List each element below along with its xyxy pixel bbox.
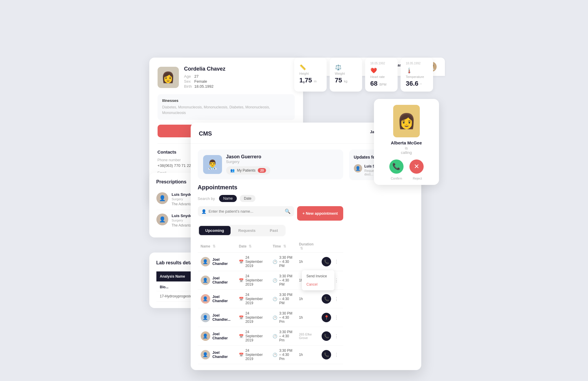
appt-name-1: Joel Chandler xyxy=(213,258,233,266)
appt-cell-date-5: 📅 24 September 2019 xyxy=(236,327,270,346)
age-value: 27 xyxy=(194,74,216,79)
phone-button-5[interactable]: 📞 xyxy=(322,331,331,341)
appt-row-2: 👤 Joel Chandler 📅 24 September 2019 xyxy=(198,271,343,290)
action-group-4: 📍 ⋮ xyxy=(322,313,340,322)
phone-button-3[interactable]: 📞 xyxy=(322,294,331,304)
weight-value: 75 kg xyxy=(335,76,357,84)
phone-button-6[interactable]: 📞 xyxy=(322,350,331,359)
appt-cell-date-1: 📅 24 September 2019 xyxy=(236,253,270,271)
action-group-5: 📞 ⋮ xyxy=(322,331,340,341)
appt-cell-name-5: 👤 Joel Chandler xyxy=(198,327,236,346)
sex-value: Female xyxy=(194,79,216,84)
appt-cell-name-1: 👤 Joel Chandler xyxy=(198,253,236,271)
more-menu-button-3[interactable]: ⋮ xyxy=(333,296,340,302)
birth-label: Birth xyxy=(184,84,195,89)
appt-cell-action-6: 📞 ⋮ xyxy=(319,346,343,364)
doctor-avatar: 👨‍⚕️ xyxy=(203,155,222,174)
reject-label: Reject xyxy=(413,177,422,180)
appt-cell-name-4: 👤 Joel Chandler... xyxy=(198,308,236,327)
my-patients-button[interactable]: 👥 My Patients 20 xyxy=(226,166,270,175)
temp-icon: 🌡️ xyxy=(406,67,428,74)
col-date: Date ⇅ xyxy=(236,240,270,253)
metric-weight: ⚖️ Weight 75 kg xyxy=(330,58,362,92)
search-and-new-row: 👤 🔍 + New appointment xyxy=(198,206,343,221)
temp-label: Temperature xyxy=(406,75,428,79)
doctor-specialty: Surgery xyxy=(226,159,270,164)
appt-cell-name-6: 👤 Joel Chandler xyxy=(198,346,236,364)
send-invoice-item[interactable]: Send Invoice xyxy=(302,272,334,280)
calendar-icon-2: 📅 xyxy=(239,278,244,283)
presc-avatar-2: 👤 xyxy=(156,214,168,225)
clock-icon-1: 🕐 xyxy=(273,260,277,264)
tab-requests[interactable]: Requests xyxy=(232,226,262,235)
call-action-labels: Confirm Reject xyxy=(379,177,434,180)
update-avatar-1: 👤 xyxy=(354,164,362,172)
height-icon: 📏 xyxy=(299,64,321,71)
appt-cell-time-4: 🕐 3:30 PM – 4:30 Pm xyxy=(270,308,296,327)
search-button[interactable]: 🔍 xyxy=(285,209,291,214)
metric-heartrate: 18.05.1992 ❤️ Heart rate 68 BPM xyxy=(365,58,398,92)
appt-avatar-5: 👤 xyxy=(201,331,210,341)
appointments-title: Appointments xyxy=(198,184,343,191)
confirm-call-button[interactable]: 📞 xyxy=(389,159,404,174)
presc-name-1: Luis Snyder xyxy=(172,192,194,197)
more-menu-button-6[interactable]: ⋮ xyxy=(333,352,340,358)
calendar-icon-6: 📅 xyxy=(239,353,244,357)
my-patients-label: My Patients xyxy=(237,168,256,172)
more-menu-button-1[interactable]: ⋮ xyxy=(333,259,340,265)
appt-date-4: 24 September 2019 xyxy=(245,311,267,324)
appt-time-2: 3:30 PM – 4:30 PM xyxy=(279,274,293,286)
appt-cell-date-3: 📅 24 September 2019 xyxy=(236,290,270,308)
appt-cell-dur-6: 1h xyxy=(296,346,319,364)
search-input-container: 👤 🔍 xyxy=(198,206,294,216)
tab-past[interactable]: Past xyxy=(263,226,284,235)
temp-date: 18.05.1992 xyxy=(406,62,428,65)
appt-row-6: 👤 Joel Chandler 📅 24 September 2019 xyxy=(198,346,343,364)
search-by-label: Search by xyxy=(198,196,215,201)
appt-cell-dur-5: 265 Efke Grove xyxy=(296,327,319,346)
context-menu: Send Invoice Cancel xyxy=(302,270,334,290)
appt-dur-4: 1h xyxy=(299,315,303,320)
birth-value: 18.05.1992 xyxy=(194,84,216,89)
appt-row-4: 👤 Joel Chandler... 📅 24 September 2019 xyxy=(198,308,343,327)
appt-row-3: 👤 Joel Chandler 📅 24 September 2019 xyxy=(198,290,343,308)
illnesses-text: Diabetes, Mononucleosis, Mononucleosis, … xyxy=(162,105,290,116)
more-menu-button-4[interactable]: ⋮ xyxy=(333,315,340,320)
appt-cell-action-1: 📞 ⋮ xyxy=(319,253,343,271)
patient-search-input[interactable] xyxy=(209,209,282,214)
clock-icon-3: 🕐 xyxy=(273,297,277,301)
temp-value: 36.6 ° xyxy=(406,80,428,87)
clock-icon-5: 🕐 xyxy=(273,334,277,338)
search-tab-name[interactable]: Name xyxy=(219,195,237,202)
reject-call-button[interactable]: ✕ xyxy=(409,159,424,174)
confirm-group: 📞 xyxy=(389,159,404,174)
appt-patient-5: 👤 Joel Chandler xyxy=(201,331,233,341)
more-menu-button-5[interactable]: ⋮ xyxy=(333,333,340,339)
appt-cell-time-2: 🕐 3:30 PM – 4:30 PM xyxy=(270,271,296,290)
appt-cell-date-4: 📅 24 September 2019 xyxy=(236,308,270,327)
date-sort-icon: ⇅ xyxy=(249,244,252,248)
action-group-6: 📞 ⋮ xyxy=(322,350,340,359)
patient-avatar: 👩 xyxy=(158,67,179,88)
phone-button-1[interactable]: 📞 xyxy=(322,257,331,266)
cms-left-col: 👨‍⚕️ Jason Guerrero Surgery 👥 My Patient… xyxy=(198,149,343,364)
new-appointment-button[interactable]: + New appointment xyxy=(297,206,343,221)
appt-cell-action-5: 📞 ⋮ xyxy=(319,327,343,346)
phone-value: +38(063) 770 71 22 xyxy=(158,163,191,168)
appt-cell-dur-1: 1h xyxy=(296,253,319,271)
appt-patient-2: 👤 Joel Chandler xyxy=(201,276,233,285)
time-sort-icon: ⇅ xyxy=(283,244,286,248)
confirm-label: Confirm xyxy=(391,177,402,180)
age-label: Age xyxy=(184,74,195,79)
tab-upcoming[interactable]: Upcoming xyxy=(199,226,231,235)
doctor-name: Jason Guerrero xyxy=(226,154,270,159)
location-button-4[interactable]: 📍 xyxy=(322,313,331,322)
appt-date-3: 24 September 2019 xyxy=(245,293,267,305)
search-tab-date[interactable]: Date xyxy=(240,195,255,202)
metric-temperature: 18.05.1992 🌡️ Temperature 36.6 ° xyxy=(401,58,433,92)
cancel-item[interactable]: Cancel xyxy=(302,280,334,289)
patient-name: Cordelia Chavez xyxy=(184,66,226,72)
appt-avatar-3: 👤 xyxy=(201,294,210,304)
col-name: Name ⇅ xyxy=(198,240,236,253)
metrics-row: 📏 Height 1,75 m ⚖️ Weight 75 kg 18.05.19… xyxy=(294,58,433,92)
